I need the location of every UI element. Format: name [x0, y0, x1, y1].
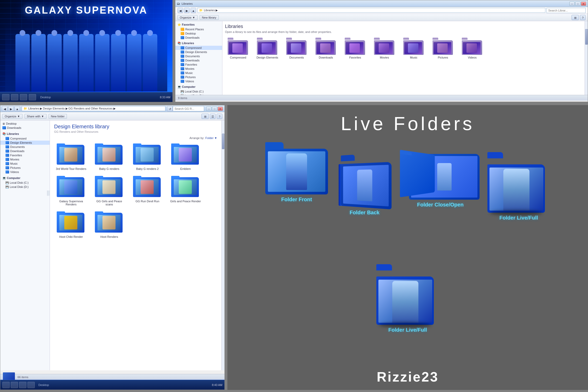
sidebar-favorites-lib[interactable]: Favorites: [175, 62, 222, 67]
organize-button[interactable]: Organize ▼: [177, 15, 198, 20]
folder-design-elements[interactable]: Design Elements: [254, 37, 280, 59]
sidebar-local-c[interactable]: 💾 Local Disk (C:): [175, 89, 222, 94]
sidebar-downloads[interactable]: Downloads: [175, 58, 222, 62]
new-folder-button[interactable]: New folder: [49, 114, 67, 119]
taskbar2-item-1[interactable]: [11, 382, 18, 388]
help-button[interactable]: ?: [580, 15, 586, 20]
showcase-folder-open: Folder Close/Open: [401, 142, 480, 254]
maximize-button2[interactable]: □: [212, 107, 217, 111]
arrange-value[interactable]: Folder ▼: [205, 136, 217, 140]
folder-galaxy[interactable]: Galaxy Supernova Renders: [54, 175, 88, 206]
taskbar-item-2[interactable]: [20, 94, 27, 100]
sidebar-design-elements[interactable]: Design Elements: [175, 50, 222, 54]
fl-shadow-2: [379, 322, 431, 327]
folder-label: Music: [401, 56, 427, 59]
fi2-tab: [57, 211, 65, 214]
maximize-button[interactable]: □: [575, 2, 580, 6]
folder-downloads[interactable]: Downloads: [313, 37, 339, 59]
folder-baby-g[interactable]: Baby G renders: [92, 142, 126, 170]
path-display[interactable]: 📁 Libraries ▶: [197, 8, 545, 13]
sidebar2-pictures[interactable]: Pictures: [0, 166, 50, 170]
folder-icon: [181, 59, 184, 62]
view-button[interactable]: ⊞: [572, 15, 579, 20]
taskbar-item-1[interactable]: [11, 94, 18, 100]
folder-pictures[interactable]: Pictures: [430, 37, 456, 59]
organize-button2[interactable]: Organize ▼: [2, 114, 22, 119]
sidebar-pictures[interactable]: Pictures: [175, 75, 222, 79]
folder-documents[interactable]: Documents: [284, 37, 310, 59]
scrollbar[interactable]: [585, 21, 588, 95]
sidebar2-favorites[interactable]: Favorites: [0, 153, 50, 157]
back-button2[interactable]: ◀: [2, 106, 8, 111]
design-lib-heading: Design Elements library: [54, 124, 217, 130]
folder-gg-peace[interactable]: GG Girls and Peace scans: [92, 175, 126, 206]
taskbar2-item-3[interactable]: [27, 382, 35, 388]
refresh-button[interactable]: ↺: [167, 106, 173, 111]
sidebar2-documents[interactable]: Documents: [0, 145, 50, 149]
sidebar2-design-elements[interactable]: Design Elements: [0, 141, 50, 145]
fl-tab-1: [487, 152, 503, 158]
folder-tab: [315, 38, 321, 40]
folder-baby-g2[interactable]: Baby G renders 2: [130, 142, 164, 170]
view-mode-button[interactable]: ⊞: [201, 114, 209, 119]
sidebar-videos[interactable]: Videos: [175, 79, 222, 83]
sidebar2-local-d[interactable]: 💾 Local Disk (D:): [0, 185, 50, 189]
up-button[interactable]: ▲: [191, 8, 196, 13]
back-button[interactable]: ◀: [177, 8, 183, 13]
sidebar2-local-c[interactable]: 💾 Local Disk (C:): [0, 181, 50, 185]
start-button2[interactable]: [2, 382, 10, 388]
sidebar2-downloads-fav[interactable]: Downloads: [0, 126, 50, 130]
sidebar-movies[interactable]: Movies: [175, 67, 222, 71]
close-button[interactable]: ✕: [581, 2, 586, 6]
folder-videos[interactable]: Videos: [459, 37, 485, 59]
help-button2[interactable]: ?: [217, 114, 222, 119]
scrollbar-thumb[interactable]: [585, 29, 588, 45]
folder-hoot-chibi[interactable]: Hoot Chibi Render: [54, 210, 88, 238]
sidebar2-compressed[interactable]: Compressed: [0, 136, 50, 141]
search-input[interactable]: [546, 8, 586, 13]
minimize-button2[interactable]: —: [206, 107, 211, 111]
start-button[interactable]: [2, 94, 9, 100]
folder-hoot[interactable]: Hoot Renders: [92, 210, 126, 238]
search-input2[interactable]: [173, 106, 204, 111]
sidebar2-downloads[interactable]: Downloads: [0, 149, 50, 153]
view-list-button[interactable]: ☰: [210, 114, 216, 119]
share-with-button[interactable]: Share with ▼: [25, 114, 47, 119]
forward-button2[interactable]: ▶: [8, 106, 14, 111]
fi2-img: [174, 147, 197, 163]
folder-favorites[interactable]: Favorites: [342, 37, 368, 59]
taskbar2-item-2[interactable]: [19, 382, 26, 388]
forward-button[interactable]: ▶: [184, 8, 190, 13]
sidebar2-music[interactable]: Music: [0, 162, 50, 166]
sidebar2-videos[interactable]: Videos: [0, 170, 50, 174]
scrollbar2[interactable]: [221, 120, 224, 370]
folder-music[interactable]: Music: [401, 37, 427, 59]
scrollbar-thumb2[interactable]: [222, 134, 224, 149]
sidebar-downloads-fav[interactable]: Downloads: [175, 36, 222, 40]
folder-movies[interactable]: Movies: [371, 37, 397, 59]
sidebar-local-d[interactable]: 💾 Local Disk (D:): [175, 94, 222, 95]
folders-showcase: Folder Front Folder Back: [235, 142, 580, 366]
taskbar: Desktop 8:33 AM: [0, 92, 172, 102]
folder-run-devil[interactable]: GG Run Devil Run: [130, 175, 164, 206]
folder-back-shape: [339, 151, 395, 210]
minimize-button[interactable]: —: [569, 2, 575, 6]
folder-emblem[interactable]: Emblem: [169, 142, 203, 170]
taskbar-item-3[interactable]: [29, 94, 36, 100]
sidebar2-desktop[interactable]: 🖥 Desktop: [0, 122, 50, 126]
up-button2[interactable]: ▲: [14, 106, 20, 111]
sidebar-music[interactable]: Music: [175, 71, 222, 75]
new-library-button[interactable]: New library: [200, 15, 219, 20]
folder-girls-peace[interactable]: Girls and Peace Render: [169, 175, 203, 206]
close-button2[interactable]: ✕: [218, 107, 223, 111]
folder-compressed[interactable]: Compressed: [225, 37, 251, 59]
sidebar-desktop[interactable]: Desktop: [175, 31, 222, 36]
folder-3rd-world[interactable]: 3rd World Tour Renders: [54, 142, 88, 170]
sidebar-documents[interactable]: Documents: [175, 54, 222, 58]
sidebar2-movies[interactable]: Movies: [0, 157, 50, 162]
nav-buttons: ◀ ▶ ▲: [177, 8, 196, 13]
sidebar-compressed[interactable]: Compressed: [175, 46, 222, 50]
folder-label: Movies: [371, 56, 397, 59]
sidebar-label: Documents: [185, 55, 200, 58]
sidebar-recent-places[interactable]: Recent Places: [175, 27, 222, 31]
